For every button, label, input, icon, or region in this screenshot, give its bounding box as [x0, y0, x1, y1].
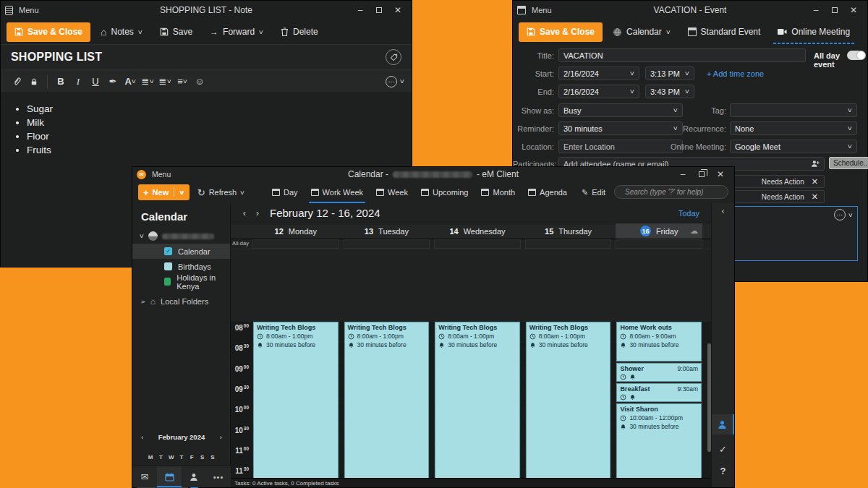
day-column-monday[interactable]: Writing Tech Blogs8:00am - 1:00pm30 minu… — [252, 322, 339, 478]
view-tab-upcoming[interactable]: Upcoming — [414, 181, 475, 203]
online-meeting-dropdown[interactable]: Google Meet∨ — [730, 140, 857, 153]
day-column-wednesday[interactable]: Writing Tech Blogs8:00am - 1:00pm30 minu… — [434, 322, 521, 478]
tab-calendar[interactable] — [157, 466, 182, 487]
note-forward-dropdown[interactable]: → Forward∨ — [203, 22, 271, 42]
event-save-close-button[interactable]: Save & Close — [519, 22, 603, 42]
tab-contacts[interactable] — [182, 466, 206, 487]
attach-icon[interactable] — [8, 77, 25, 86]
calendar-minimize-button[interactable]: – — [673, 169, 692, 179]
sidebar-item-holidays-in-kenya[interactable]: Holidays in Kenya — [132, 274, 230, 289]
refresh-button[interactable]: ↻ Refresh∨ — [191, 181, 251, 203]
event-standard-event-tab[interactable]: Standard Event — [681, 22, 768, 42]
title-field[interactable] — [558, 48, 806, 62]
numbered-list-button[interactable]: ≣∨ — [156, 76, 174, 87]
bullet-list-button[interactable]: ≣∨ — [139, 76, 156, 87]
add-tag-icon[interactable] — [386, 49, 401, 65]
add-person-icon[interactable] — [811, 160, 820, 168]
calendar-event[interactable]: Writing Tech Blogs8:00am - 1:00pm30 minu… — [526, 322, 611, 478]
rail-contacts-icon[interactable] — [712, 414, 734, 435]
event-maximize-button[interactable] — [825, 5, 844, 15]
all-day-cell[interactable] — [616, 239, 702, 249]
end-date-field[interactable]: 2/16/2024∨ — [558, 85, 639, 98]
remove-attendee-icon[interactable]: ✕ — [812, 177, 818, 187]
sidebar-item-calendar[interactable]: ✓ Calendar — [132, 244, 230, 259]
calendar-checkbox[interactable] — [164, 262, 172, 270]
note-save-button[interactable]: Save — [153, 22, 200, 42]
add-time-zone-link[interactable]: + Add time zone — [707, 69, 764, 78]
all-day-cell[interactable] — [252, 239, 339, 249]
calendar-event[interactable]: Writing Tech Blogs8:00am - 1:00pm30 minu… — [435, 322, 520, 478]
note-delete-button[interactable]: Delete — [273, 22, 326, 42]
mini-prev-button[interactable]: ‹ — [141, 433, 143, 441]
event-online-meeting-tab[interactable]: Online Meeting — [770, 22, 857, 42]
calendar-close-button[interactable]: ✕ — [711, 169, 730, 179]
reminder-dropdown[interactable]: 30 minutes∨ — [558, 121, 683, 135]
new-button[interactable]: +New ∨ — [138, 184, 190, 200]
note-maximize-button[interactable] — [370, 5, 388, 15]
recurrence-dropdown[interactable]: None∨ — [730, 121, 857, 135]
title-input[interactable] — [563, 51, 801, 60]
next-week-button[interactable]: › — [251, 207, 264, 218]
day-column-thursday[interactable]: Writing Tech Blogs8:00am - 1:00pm30 minu… — [525, 322, 612, 478]
collapse-rail-button[interactable]: ‹ — [712, 206, 734, 216]
rail-help-icon[interactable]: ? — [712, 461, 734, 481]
event-calendar-dropdown[interactable]: Calendar∨ — [605, 22, 678, 42]
note-menu[interactable]: Menu — [19, 6, 39, 14]
rail-chat-icon[interactable] — [712, 482, 734, 488]
all-day-toggle[interactable] — [847, 51, 866, 60]
calendar-restore-button[interactable] — [692, 169, 711, 179]
font-color-button[interactable]: A∨ — [122, 76, 139, 87]
calendar-event[interactable]: Shower9:00am — [616, 363, 702, 382]
remove-attendee-icon[interactable]: ✕ — [812, 192, 818, 202]
calendar-checkbox[interactable]: ✓ — [164, 247, 172, 255]
end-time-field[interactable]: 3:43 PM∨ — [645, 85, 694, 98]
emoji-button[interactable]: ☺ — [191, 76, 208, 87]
all-day-cell[interactable] — [434, 239, 521, 249]
note-close-button[interactable]: ✕ — [388, 5, 407, 15]
notes-dropdown[interactable]: ⌂ Notes∨ — [93, 22, 150, 42]
event-close-button[interactable]: ✕ — [844, 5, 863, 15]
tag-dropdown[interactable]: ∨ — [730, 103, 857, 117]
rail-tasks-icon[interactable]: ✓ — [712, 439, 734, 459]
day-header-monday[interactable]: 12 Monday — [252, 223, 339, 239]
mini-next-button[interactable]: › — [220, 433, 222, 441]
show-as-dropdown[interactable]: Busy∨ — [558, 103, 683, 117]
view-tab-agenda[interactable]: Agenda — [522, 181, 574, 203]
search-box[interactable] — [614, 185, 728, 199]
tab-more[interactable]: ••• — [206, 466, 231, 487]
more-tools-icon[interactable]: ⋯ — [834, 209, 846, 221]
day-header-friday[interactable]: 16 Friday☁ — [616, 223, 702, 239]
edit-button[interactable]: ✎ Edit — [575, 181, 612, 203]
calendar-event[interactable]: Writing Tech Blogs8:00am - 1:00pm30 minu… — [253, 322, 339, 478]
lock-icon[interactable] — [25, 77, 43, 86]
note-body[interactable]: SugarMilkFloorFruits — [1, 93, 412, 155]
day-column-friday[interactable]: Home Work outs8:00am - 9:00am30 minutes … — [616, 322, 702, 478]
today-button[interactable]: Today — [678, 209, 704, 218]
more-tools-icon[interactable]: ⋯ — [386, 76, 397, 87]
day-header-wednesday[interactable]: 14 Wednesday — [434, 223, 521, 239]
account-row[interactable]: ∨ — [132, 228, 230, 244]
note-subject[interactable]: SHOPPING LIST — [11, 51, 102, 64]
event-minimize-button[interactable]: – — [807, 5, 825, 15]
format-painter-icon[interactable]: ✒ — [104, 76, 122, 87]
all-day-cell[interactable] — [344, 239, 430, 249]
bold-button[interactable]: B — [52, 76, 69, 87]
view-tab-day[interactable]: Day — [265, 181, 305, 203]
italic-button[interactable]: I — [69, 76, 87, 87]
tab-mail[interactable]: ✉ — [132, 466, 157, 487]
sidebar-item-local-folders[interactable]: ∨ ⌂ Local Folders — [132, 289, 230, 307]
underline-button[interactable]: U — [87, 76, 104, 87]
view-tab-month[interactable]: Month — [475, 181, 522, 203]
calendar-event[interactable]: Home Work outs8:00am - 9:00am30 minutes … — [616, 322, 702, 361]
align-button[interactable]: ≡∨ — [174, 76, 191, 87]
schedule-button[interactable]: Schedule... — [829, 157, 868, 169]
event-menu[interactable]: Menu — [532, 6, 552, 14]
calendar-event[interactable]: Breakfast9:30am — [616, 383, 702, 402]
day-column-tuesday[interactable]: Writing Tech Blogs8:00am - 1:00pm30 minu… — [344, 322, 430, 478]
start-date-field[interactable]: 2/16/2024∨ — [558, 67, 639, 80]
calendar-event[interactable]: Writing Tech Blogs8:00am - 1:00pm30 minu… — [344, 322, 430, 478]
day-header-thursday[interactable]: 15 Thursday — [525, 223, 612, 239]
calendar-menu[interactable]: Menu — [152, 170, 171, 179]
view-tab-week[interactable]: Week — [370, 181, 414, 203]
day-header-tuesday[interactable]: 13 Tuesday — [344, 223, 430, 239]
